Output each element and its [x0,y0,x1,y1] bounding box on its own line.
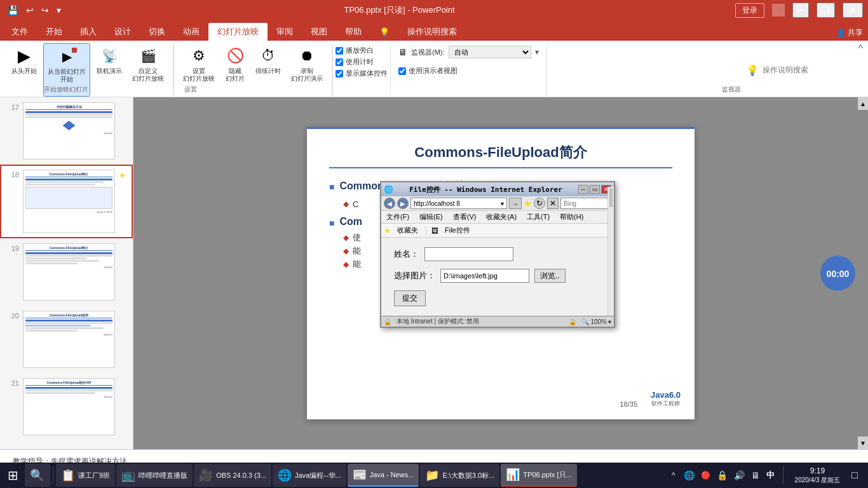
taskbar-item-chrome[interactable]: 🌐 Java编程--华... [273,464,346,487]
tab-view[interactable]: 视图 [302,23,336,41]
monitor-row: 🖥 监视器(M): 自动 ▾ [398,46,539,58]
tab-insert[interactable]: 插入 [71,23,105,41]
play-narration-checkbox[interactable]: 播放旁白 [336,46,388,55]
security-tray-icon[interactable]: 🔒 [715,469,729,482]
login-button[interactable]: 登录 [735,3,764,18]
ie-restore-btn[interactable]: ▭ [590,185,600,194]
ie-menu-help[interactable]: 帮助(H) [555,211,588,223]
slide-item-19[interactable]: 19 Commons-FileUpload简介 Java6.0 [0,238,133,306]
ie-forward-btn[interactable]: ▶ [397,198,409,209]
tab-animations[interactable]: 动画 [174,23,208,41]
ie-go-btn[interactable]: → [509,198,522,209]
customize-icon[interactable]: ▾ [54,4,64,17]
ie-menu-tools[interactable]: 工具(T) [522,211,555,223]
share-btn[interactable]: 👤 共享 [836,27,863,38]
slide-item-20[interactable]: 20 Commons-FileUpload使用 Java6.0 [0,306,133,373]
custom-slideshow-label: 自定义幻灯片放映 [132,67,164,83]
tab-transitions[interactable]: 切换 [140,23,174,41]
java-logo-subtext: 软件工程师 [651,400,681,408]
use-timings-checkbox[interactable]: 使用计时 [336,57,388,67]
search-input[interactable] [763,65,858,74]
volume-tray-icon[interactable]: 🔊 [732,469,747,482]
undo-icon[interactable]: ↩ [24,4,36,17]
clock[interactable]: 9:19 2020/4/3 星期五 [790,466,846,485]
group-label-start-slideshow: 开始放映幻灯片 [3,85,130,94]
notification-btn[interactable]: □ [849,468,860,482]
record-btn[interactable]: ⏺ 录制幻灯片演示 [287,43,327,85]
ie-menu-file[interactable]: 文件(F) [381,211,414,223]
from-current-label: 从当前幻灯片开始 [48,68,86,83]
tab-help[interactable]: 帮助 [336,23,370,41]
ie-name-input[interactable] [424,247,513,261]
close-button[interactable]: ✕ [843,3,863,18]
hide-slide-btn[interactable]: 🚫 隐藏幻灯片 [221,43,249,85]
slide-item-17[interactable]: 17 共性问题解决方法 Java6.0 [0,97,133,165]
class-icon: 📋 [61,468,75,482]
main-area: 17 共性问题解决方法 Java6.0 18 Co [0,97,868,449]
start-button[interactable]: ⊞ [3,465,24,485]
ie-search-input[interactable] [560,198,611,209]
ie-name-label: 姓名： [394,248,419,260]
taskbar-item-bilibili[interactable]: 📺 哔哩哔哩直播版 [116,464,193,487]
tab-slideshow[interactable]: 幻灯片放映 [208,23,268,41]
ime-tray-icon[interactable]: 中 [764,468,776,482]
display-tray-icon[interactable]: 🖥 [749,469,762,482]
lightbulb-icon: 💡 [746,64,759,76]
minimize-button[interactable]: ─ [792,3,809,18]
tab-home[interactable]: 开始 [37,23,71,41]
show-hidden-btn[interactable]: ^ [669,470,678,481]
ie-browse-btn[interactable]: 浏览.. [534,269,566,283]
restore-button[interactable]: ❐ [817,3,835,18]
ie-dropdown-icon[interactable]: ▾ [501,200,504,207]
redo-icon[interactable]: ↪ [39,4,51,17]
tab-review[interactable]: 审阅 [268,23,302,41]
slide-item-18[interactable]: 18 Commons-FileUpload简介 Java6.0 18/35 ★ [0,165,133,238]
explorer-icon: 📁 [425,468,439,482]
ie-menu-favorites[interactable]: 收藏夹(A) [481,211,522,223]
ie-scroll-bar[interactable] [607,187,614,316]
presenter-view-checkbox[interactable]: 使用演示者视图 [398,66,539,76]
monitor-arrow-icon[interactable]: ▾ [535,48,539,57]
network-tray-icon[interactable]: 🌐 [682,469,696,482]
slide-item-21[interactable]: 21 Commons-FileUpload组件API Java6.0 [0,373,133,440]
ie-back-btn[interactable]: ◀ [384,198,395,209]
java-logo-text: Java6.0 [651,390,681,400]
taskbar-item-pptx[interactable]: 📊 TP06.pptx [只... [501,464,576,487]
pptx-label: TP06.pptx [只... [523,470,571,480]
save-icon[interactable]: 💾 [5,4,21,17]
ie-menu-view[interactable]: 查看(V) [448,211,482,223]
ie-refresh-btn[interactable]: ↻ [534,198,545,209]
ie-address-bar[interactable]: http://localhost 8 ▾ [410,198,507,209]
monitor-select[interactable]: 自动 [449,46,531,58]
tab-file[interactable]: 文件 [3,23,37,41]
diamond-2-icon: ◆ [343,233,349,242]
ie-menu-edit[interactable]: 编辑(E) [414,211,448,223]
show-media-checkbox[interactable]: 显示媒体控件 [336,69,388,78]
taskbar-search[interactable]: 🔍 [25,464,50,487]
title-bar-left: 💾 ↩ ↪ ▾ [5,4,64,17]
taskbar-item-class[interactable]: 📋 课工厂9班 [56,464,115,487]
ie-fav-file-ctrl[interactable]: File控件 [442,225,473,236]
item-1-1-text: Commons [353,198,361,211]
timing-btn[interactable]: ⏱ 排练计时 [252,43,285,85]
ie-fav-favorites[interactable]: 收藏夹 [395,225,421,236]
ie-submit-btn[interactable]: 提交 [394,290,426,306]
setup-slideshow-btn[interactable]: ⚙ 设置幻灯片放映 [179,43,219,85]
taskbar-item-explorer[interactable]: 📁 E:\大数据3.0标... [420,464,499,487]
tab-design[interactable]: 设计 [105,23,140,41]
main-scroll-down-btn[interactable]: ▼ [858,437,868,449]
taskbar-item-java-news[interactable]: 📰 Java - News... [348,464,419,487]
record-icon: ⏺ [297,46,317,66]
antivirus-tray-icon[interactable]: 🔴 [699,470,712,481]
ie-bookmark-btn[interactable]: ★ [524,198,532,208]
main-scroll-up-btn[interactable]: ▲ [858,97,868,110]
bilibili-icon: 📺 [121,468,135,482]
ie-lock-icon: 🔒 [384,318,391,325]
ribbon-monitor-section: 🖥 监视器(M): 自动 ▾ 使用演示者视图 [391,43,547,97]
ie-minimize-btn[interactable]: ─ [578,185,588,194]
taskbar-item-obs[interactable]: 🎥 OBS 24.0.3 (3... [194,464,271,487]
collapse-ribbon-btn[interactable]: ^ [853,41,868,57]
tip-icon[interactable]: 💡 [370,23,398,41]
slide-number-17: 17 [6,104,19,111]
ie-x-btn[interactable]: ✕ [547,198,559,209]
